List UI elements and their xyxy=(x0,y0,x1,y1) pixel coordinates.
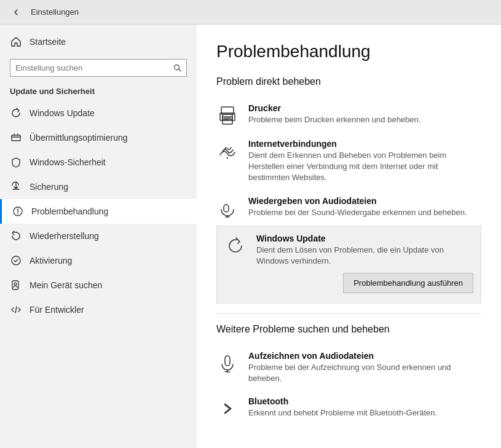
sidebar-item-label-problembehandlung: Problembehandlung xyxy=(31,206,108,216)
item-drucker-title: Drucker xyxy=(248,103,481,113)
sidebar-item-label-entwickler: Für Entwickler xyxy=(30,305,84,315)
sidebar-item-uebermittlung[interactable]: Übermittlungsoptimierung xyxy=(0,125,197,150)
item-aufzeichnen-title: Aufzeichnen von Audiodateien xyxy=(248,351,481,361)
run-troubleshoot-button[interactable]: Problembehandlung ausführen xyxy=(343,273,473,293)
item-bluetooth-text: Bluetooth Erkennt und behebt Probleme mi… xyxy=(248,396,481,419)
sidebar-item-label-windows-update: Windows Update xyxy=(30,108,95,118)
sidebar-item-label-uebermittlung: Übermittlungsoptimierung xyxy=(30,133,128,143)
item-drucker-desc: Probleme beim Drucken erkennen und beheb… xyxy=(248,114,481,125)
sidebar-search[interactable] xyxy=(10,59,187,77)
activation-icon xyxy=(10,254,22,267)
item-audio-desc: Probleme bei der Sound-Wiedergabe erkenn… xyxy=(248,207,481,218)
search-input[interactable] xyxy=(10,60,168,76)
home-icon xyxy=(10,36,22,48)
sidebar: Startseite Update und Sicherheit Windows… xyxy=(0,25,197,448)
delivery-icon xyxy=(10,132,22,144)
svg-rect-13 xyxy=(224,205,229,212)
item-windows-update[interactable]: Windows Update Dient dem Lösen von Probl… xyxy=(224,234,473,267)
windows-update-icon xyxy=(224,235,247,257)
item-drucker[interactable]: Drucker Probleme beim Drucken erkennen u… xyxy=(216,97,481,133)
main-layout: Startseite Update und Sicherheit Windows… xyxy=(0,25,501,448)
item-bluetooth-title: Bluetooth xyxy=(248,396,481,406)
item-aufzeichnen-text: Aufzeichnen von Audiodateien Probleme be… xyxy=(248,351,481,384)
sidebar-item-windows-sicherheit[interactable]: Windows-Sicherheit xyxy=(0,150,197,175)
content-area: Problembehandlung Problem direkt beheben… xyxy=(197,25,501,448)
recovery-icon xyxy=(10,230,22,242)
title-bar: Einstellungen xyxy=(0,0,501,25)
sidebar-item-label-aktivierung: Aktivierung xyxy=(30,256,72,265)
sidebar-item-label-wiederherstellung: Wiederherstellung xyxy=(30,231,99,241)
item-aufzeichnen[interactable]: Aufzeichnen von Audiodateien Probleme be… xyxy=(216,345,481,390)
find-device-icon xyxy=(10,279,22,291)
item-windows-update-desc: Dient dem Lösen von Problemen, die ein U… xyxy=(256,245,473,267)
sidebar-home[interactable]: Startseite xyxy=(0,29,197,54)
shield-icon xyxy=(10,156,22,168)
svg-point-6 xyxy=(14,283,17,285)
run-button-container: Problembehandlung ausführen xyxy=(224,267,473,296)
svg-line-1 xyxy=(179,69,181,72)
svg-rect-16 xyxy=(225,356,230,366)
sidebar-item-entwickler[interactable]: Für Entwickler xyxy=(0,297,197,322)
refresh-icon xyxy=(10,107,22,119)
item-audio-title: Wiedergeben von Audiodateien xyxy=(248,196,481,206)
sidebar-item-sicherung[interactable]: Sicherung xyxy=(0,175,197,199)
section-divider xyxy=(216,313,481,314)
printer-icon xyxy=(216,104,239,127)
item-internet[interactable]: Internetverbindungen Dient dem Erkennen … xyxy=(216,133,481,190)
item-windows-update-title: Windows Update xyxy=(256,234,473,243)
item-drucker-text: Drucker Probleme beim Drucken erkennen u… xyxy=(248,103,481,125)
sidebar-item-label-sicherung: Sicherung xyxy=(30,182,68,192)
highlighted-windows-update: Windows Update Dient dem Lösen von Probl… xyxy=(216,226,481,304)
sidebar-item-aktivierung[interactable]: Aktivierung xyxy=(0,248,197,273)
mic-icon xyxy=(216,352,239,374)
troubleshoot-icon xyxy=(12,205,24,218)
sidebar-item-mein-geraet[interactable]: Mein Gerät suchen xyxy=(0,273,197,297)
backup-icon xyxy=(10,181,22,193)
sidebar-home-label: Startseite xyxy=(30,37,66,47)
item-internet-title: Internetverbindungen xyxy=(248,139,481,149)
item-aufzeichnen-desc: Probleme bei der Aufzeichnung von Sound … xyxy=(248,362,481,384)
sidebar-item-problembehandlung[interactable]: Problembehandlung xyxy=(0,199,197,224)
title-bar-title: Einstellungen xyxy=(31,7,79,17)
item-bluetooth[interactable]: Bluetooth Erkennt und behebt Probleme mi… xyxy=(216,390,481,426)
svg-point-4 xyxy=(12,256,20,265)
item-audio[interactable]: Wiedergeben von Audiodateien Probleme be… xyxy=(216,190,481,226)
search-icon xyxy=(168,64,186,72)
audio-icon xyxy=(216,197,239,219)
item-bluetooth-desc: Erkennt und behebt Probleme mit Bluetoot… xyxy=(248,407,481,419)
svg-rect-2 xyxy=(12,135,20,141)
section-more-title: Weitere Probleme suchen und beheben xyxy=(216,324,481,335)
item-windows-update-text: Windows Update Dient dem Lösen von Probl… xyxy=(256,234,473,267)
sidebar-item-wiederherstellung[interactable]: Wiederherstellung xyxy=(0,224,197,248)
sidebar-section-title: Update und Sicherheit xyxy=(0,84,197,101)
developer-icon xyxy=(10,304,22,316)
sidebar-item-label-sicherheit: Windows-Sicherheit xyxy=(30,157,106,167)
section-direct-title: Problem direkt beheben xyxy=(216,76,481,87)
sidebar-item-label-mein-geraet: Mein Gerät suchen xyxy=(30,280,102,290)
back-button[interactable] xyxy=(7,4,25,21)
bluetooth-icon xyxy=(216,398,239,420)
internet-icon xyxy=(216,140,239,162)
item-internet-text: Internetverbindungen Dient dem Erkennen … xyxy=(248,139,481,184)
page-title: Problembehandlung xyxy=(216,42,481,61)
item-internet-desc: Dient dem Erkennen und Beheben von Probl… xyxy=(248,150,481,184)
sidebar-item-windows-update[interactable]: Windows Update xyxy=(0,101,197,125)
item-audio-text: Wiedergeben von Audiodateien Probleme be… xyxy=(248,196,481,218)
